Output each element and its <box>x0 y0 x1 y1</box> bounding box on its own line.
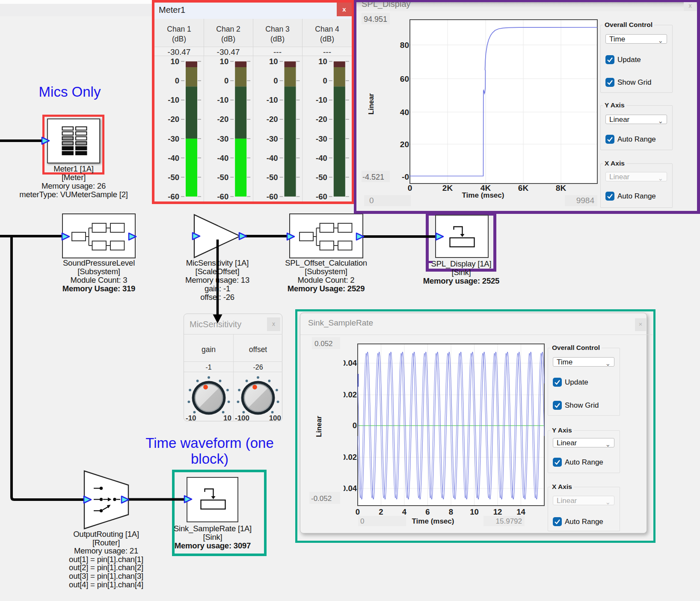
svg-text:2K: 2K <box>442 184 453 192</box>
svg-text:10: 10 <box>470 507 479 516</box>
svg-text:40: 40 <box>400 108 409 117</box>
svg-text:-0: -0 <box>402 172 409 181</box>
svg-text:12: 12 <box>493 507 502 516</box>
svg-text:0: 0 <box>356 507 360 516</box>
svg-text:9984: 9984 <box>576 196 595 205</box>
svg-text:0.052: 0.052 <box>314 340 333 348</box>
svg-text:0.04: 0.04 <box>341 484 357 493</box>
svg-text:0.02: 0.02 <box>341 453 357 462</box>
svg-text:6K: 6K <box>518 184 529 192</box>
svg-text:60: 60 <box>400 74 409 83</box>
svg-text:14: 14 <box>516 507 525 516</box>
svg-text:0.04: 0.04 <box>341 358 357 367</box>
svg-text:0: 0 <box>369 196 374 205</box>
svg-text:Linear: Linear <box>315 416 323 437</box>
svg-text:-4.521: -4.521 <box>362 173 384 181</box>
svg-text:4: 4 <box>402 507 407 516</box>
svg-text:6: 6 <box>425 507 430 516</box>
svg-text:0: 0 <box>353 421 357 430</box>
svg-text:0: 0 <box>408 184 412 192</box>
svg-text:2: 2 <box>379 507 383 516</box>
svg-text:0.02: 0.02 <box>341 390 357 399</box>
svg-text:0: 0 <box>360 517 364 525</box>
svg-text:94.951: 94.951 <box>364 15 387 24</box>
svg-text:Time (msec): Time (msec) <box>412 517 454 525</box>
svg-text:8: 8 <box>449 507 453 516</box>
svg-text:Time (msec): Time (msec) <box>462 191 504 199</box>
svg-text:8K: 8K <box>556 184 567 192</box>
svg-text:Linear: Linear <box>367 93 375 115</box>
svg-text:80: 80 <box>400 41 409 50</box>
svg-text:20: 20 <box>400 140 409 149</box>
svg-text:15.9792: 15.9792 <box>496 517 522 525</box>
svg-text:-0.052: -0.052 <box>311 494 332 503</box>
